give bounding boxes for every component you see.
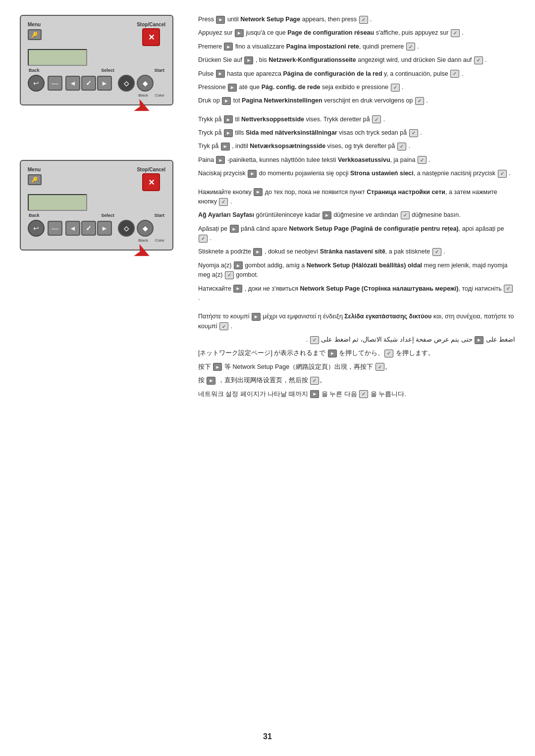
left-arrow-button-2[interactable]: ◄ (65, 221, 80, 236)
start-cluster: ◇ ◆ (118, 75, 154, 92)
instruction-no: Trykk på ► til Nettverksoppsettside vise… (198, 115, 515, 124)
stop-cancel-label: Stop/Cancel (137, 22, 165, 27)
press-btn-tr: ► (322, 211, 331, 219)
check-btn-da: ✓ (397, 143, 406, 151)
start-color-button-2[interactable]: ◆ (137, 220, 154, 237)
dash-button[interactable]: — (48, 76, 62, 91)
check-btn-no: ✓ (372, 115, 381, 123)
menu-key-2[interactable]: 🔑 (28, 174, 42, 185)
right-arrow-icon: ► (101, 79, 108, 87)
check-btn-fr: ✓ (451, 29, 460, 37)
left-arrow-icon-2: ◄ (69, 224, 76, 232)
back-button-2[interactable]: ↩ (28, 220, 45, 237)
instruction-el: Πατήστε το κουμπί ► μέχρι να εμφανιστεί … (198, 312, 515, 331)
check-btn-ro: ✓ (199, 235, 208, 243)
press-btn-ko: ► (310, 390, 319, 398)
press-btn-pt: ► (228, 84, 237, 92)
instruction-ko: 네트워크 설정 페이지가 나타날 때까지 ► 을 누른 다음 ✓ 을 누릅니다. (198, 390, 515, 399)
labels-row: Back Select Start (28, 68, 165, 73)
instruction-zh-tw: 按下 ► 等 Network Setup Page（網路設定頁）出現，再按下 ✓… (198, 362, 515, 372)
press-btn-uk: ► (233, 285, 242, 293)
back-arrow-icon-2: ↩ (33, 224, 39, 232)
instruction-fi: Paina ► -painiketta, kunnes näyttöön tul… (198, 155, 515, 165)
lcd-screen (28, 49, 87, 66)
press-btn-cs: ► (253, 248, 262, 256)
press-btn-it: ► (224, 43, 233, 50)
back-arrow-icon: ↩ (33, 79, 39, 87)
page-number: 31 (258, 732, 277, 741)
instruction-ja: [ネットワーク設定ページ] が表示されるまで ► を押してから、✓ を押します。 (198, 349, 515, 358)
press-btn-ja: ► (328, 350, 337, 357)
check-btn-nl: ✓ (415, 97, 424, 105)
instruction-sv: Tryck på ► tills Sida med nätverksinstäl… (198, 128, 515, 138)
press-btn-pl: ► (248, 170, 257, 178)
back-top-label-2: Back (29, 213, 40, 218)
check-btn-zh-tw: ✓ (375, 363, 384, 371)
instruction-it: Premere ► fino a visualizzare Pagina imp… (198, 42, 515, 51)
check-btn-it: ✓ (406, 43, 415, 50)
start-color-button[interactable]: ◆ (137, 75, 154, 92)
labels-row-2: Back Select Start (28, 213, 165, 218)
check-button-2[interactable]: ✓ (81, 221, 96, 236)
color-label: Color (155, 93, 164, 98)
check-btn-el: ✓ (219, 322, 228, 330)
nav-cluster-2: ◄ ✓ ► (65, 221, 112, 236)
instruction-ar: اضغط على ► حتى يتم عرض صفحة إعداد شبكة ا… (198, 335, 515, 345)
check-btn-zh-cn: ✓ (310, 377, 319, 385)
instruction-pl: Naciskaj przycisk ► do momentu pojawieni… (198, 169, 515, 178)
check-btn-de: ✓ (474, 56, 483, 64)
check-btn-ru: ✓ (219, 198, 228, 206)
instruction-es: Pulse ► hasta que aparezca Página de con… (198, 69, 515, 79)
menu-key[interactable]: 🔑 (28, 29, 42, 40)
dash-icon-2: — (52, 224, 58, 232)
press-btn-de: ► (244, 56, 253, 64)
right-arrow-button[interactable]: ► (97, 76, 112, 91)
right-arrow-button-2[interactable]: ► (97, 221, 112, 236)
lock-icon-2: 🔑 (31, 177, 38, 183)
stop-cancel-button[interactable]: ✕ (142, 28, 160, 46)
diamond2-icon-2: ◆ (143, 225, 148, 232)
instruction-ro: Apăsați pe ► până când apare Network Set… (198, 224, 515, 244)
check-btn-ko: ✓ (359, 390, 368, 398)
press-btn-ru: ► (254, 188, 263, 196)
check-button[interactable]: ✓ (81, 76, 96, 91)
instruction-uk: Натискайте ► , доки не з'явиться Network… (198, 284, 515, 303)
instruction-en: Press ► until Network Setup Page appears… (198, 15, 515, 24)
dash-icon: — (52, 79, 58, 87)
check-icon: ✓ (86, 79, 92, 87)
diamond1-icon-2: ◇ (124, 225, 129, 232)
check-btn-fi: ✓ (418, 156, 427, 164)
check-btn-es: ✓ (450, 70, 459, 78)
left-arrow-button[interactable]: ◄ (65, 76, 80, 91)
start-cluster-2: ◇ ◆ (118, 220, 154, 237)
stop-cancel-label-2: Stop/Cancel (137, 167, 165, 172)
check-btn-tr: ✓ (401, 211, 410, 219)
press-btn-zh-cn: ► (207, 377, 215, 385)
instruction-cs: Stisknete a podržte ► , dokud se neobjev… (198, 247, 515, 256)
check-btn-hu: ✓ (225, 271, 234, 279)
nav-cluster: ◄ ✓ ► (65, 76, 112, 91)
instructions-column: Press ► until Network Setup Page appears… (193, 15, 515, 403)
back-button[interactable]: ↩ (28, 75, 45, 92)
lcd-screen-2 (28, 194, 87, 211)
start-black-button-2[interactable]: ◇ (118, 220, 135, 237)
press-btn-ro: ► (230, 225, 239, 233)
printer-panel-2: Menu 🔑 Stop/Cancel ✕ (20, 160, 178, 251)
dash-button-2[interactable]: — (48, 221, 62, 236)
x-icon: ✕ (148, 33, 155, 42)
select-label-2: Select (101, 213, 114, 218)
menu-label-2: Menu (28, 167, 42, 172)
stop-cancel-button-2[interactable]: ✕ (142, 173, 160, 191)
check-btn-uk: ✓ (504, 285, 513, 293)
check-btn-pt: ✓ (391, 84, 400, 92)
left-arrow-icon: ◄ (69, 79, 76, 87)
button-row: ↩ — ◄ ✓ ► (28, 75, 165, 92)
color-label-2: Color (155, 238, 164, 243)
menu-label: Menu (28, 22, 42, 27)
instruction-fr: Appuyez sur ► jusqu'à ce que Page de con… (198, 28, 515, 38)
press-btn-da: ► (221, 143, 230, 151)
instruction-hu: Nyomja a(z) ► gombot addig, amíg a Netwo… (198, 261, 515, 280)
start-black-button[interactable]: ◇ (118, 75, 135, 92)
check-icon-2: ✓ (86, 224, 92, 232)
instruction-nl: Druk op ► tot Pagina Netwerkinstellingen… (198, 96, 515, 105)
